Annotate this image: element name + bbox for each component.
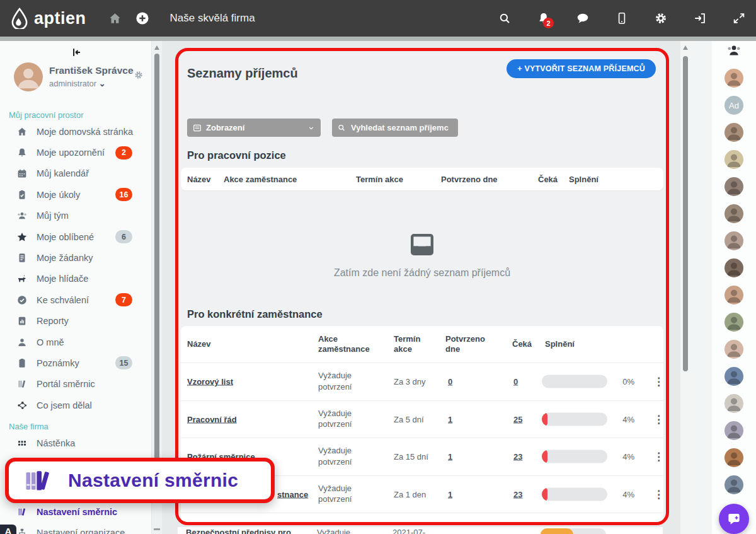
waiting-count-link[interactable]: 23 [513,489,535,499]
sidebar-item-nastenka[interactable]: Nástěnka [0,432,151,453]
confirmed-count-link[interactable]: 1 [448,489,471,499]
waiting-count-link[interactable]: 23 [513,452,535,461]
avatar[interactable] [724,475,743,494]
notifications-button[interactable]: 2 [537,11,551,25]
logout-icon [693,11,707,25]
percent-value: 0% [612,377,634,386]
avatar[interactable] [724,69,743,88]
waiting-count-link[interactable]: 25 [513,414,535,424]
avatar[interactable] [724,150,743,169]
avatar[interactable] [724,313,743,332]
sidebar-item-ke-schvaleni[interactable]: Ke schválení7 [0,289,151,310]
sidebar-section-label: Můj pracovní prostor [9,110,151,120]
confirmed-count-link[interactable]: 0 [448,377,471,386]
avatar[interactable] [724,421,743,440]
kebab-menu-button[interactable]: ⋮ [653,375,663,388]
sidebar-item-moje-hlidace[interactable]: Moje hlídače [0,269,151,289]
settings-button[interactable] [654,11,668,25]
sidebar-item-label: Portál směrnic [37,379,95,389]
avatar[interactable] [724,204,743,223]
silhouette-icon [724,177,743,196]
user-role-dropdown[interactable]: administrator ⌄ [49,79,106,88]
gear-icon [134,70,144,80]
sidebar-item-moje-domovska-stranka[interactable]: Moje domovská stránka [0,121,151,142]
avatar[interactable] [724,231,743,250]
profile-settings-button[interactable] [134,69,144,80]
search-button[interactable] [498,11,512,25]
fullscreen-button[interactable] [732,11,746,25]
kebab-menu-button[interactable]: ⋮ [653,450,663,463]
books-icon [16,506,28,518]
chat-button[interactable] [576,11,590,25]
sidebar-item-moje-upozorneni[interactable]: Moje upozornění2 [0,142,151,163]
percent-value: 4% [612,489,634,499]
confirmed-count-link[interactable]: 1 [448,452,471,461]
view-card-icon [192,123,202,133]
mobile-app-button[interactable] [615,11,629,25]
sidebar-item-muj-kalendar[interactable]: Můj kalendář [0,163,151,184]
scrollbar-thumb[interactable] [683,56,688,371]
sidebar-item-o-mne[interactable]: O mně [0,332,151,352]
view-dropdown[interactable]: Zobrazení [187,119,321,137]
confirmed-count-link[interactable]: 1 [448,414,471,424]
scrollbar-thumb[interactable] [154,54,159,460]
home-button[interactable] [108,11,122,26]
add-button[interactable] [135,11,150,26]
sidebar-item-muj-tym[interactable]: Můj tým [0,206,151,226]
create-recipient-list-button[interactable]: + VYTVOŘIT SEZNAM PŘÍJEMCŮ [507,59,656,78]
avatar[interactable] [724,367,743,386]
avatar[interactable] [724,448,743,467]
sidebar-item-label: Nástěnka [37,438,75,448]
feedback-chat-button[interactable] [719,504,749,534]
row-name-link[interactable]: Vzorový list [187,377,313,386]
silhouette-icon [724,286,743,305]
highlighted-content-frame: Seznamy příjemců + VYTVOŘIT SEZNAM PŘÍJE… [175,48,669,525]
search-input[interactable] [350,122,453,133]
sidebar-section-label: Naše firma [9,422,151,431]
waiting-count-link[interactable]: 0 [513,377,535,386]
silhouette-icon [724,394,743,413]
sidebar-item-moje-ukoly[interactable]: Moje úkoly16 [0,184,151,205]
sidebar-item-label: O mně [37,337,64,347]
table-link[interactable]: Bezpečnostní předpisy pro [186,528,291,534]
avatar[interactable] [724,394,743,413]
logout-button[interactable] [693,11,707,25]
collapse-sidebar-button[interactable] [0,41,151,59]
scroll-up-arrow[interactable] [683,45,688,50]
sidebar-item-co-jsem-delal[interactable]: Co jsem dělal [0,395,151,415]
scrollbar-end-mark [154,528,160,530]
kebab-menu-button[interactable]: ⋮ [653,487,663,501]
silhouette-icon [724,475,743,494]
column-header: Název [187,339,307,349]
row-name-link[interactable]: Pracovní řád [187,414,313,424]
aptien-logo[interactable]: aptien [9,8,86,29]
kebab-menu-button[interactable]: ⋮ [653,412,663,426]
count-badge: 6 [115,230,132,243]
sidebar-item-reporty[interactable]: Reporty [0,311,151,332]
table-row-partial[interactable]: Bezpečnostní předpisy pro Vyžaduje 2021-… [178,527,663,534]
table-row: Vzorový listVyžaduje potvrzeníZa 3 dny00… [181,363,663,400]
progress-track [542,487,607,501]
user-avatar[interactable] [14,62,43,91]
silhouette-icon [724,150,743,169]
content-scrollbar[interactable] [680,41,690,534]
sidebar-item-portal-smernic[interactable]: Portál směrnic [0,374,151,395]
collapse-arrow-icon [69,46,82,59]
notes-icon [16,357,28,369]
sidebar-item-moje-zadanky[interactable]: Moje žádanky [0,247,151,268]
people-panel-button[interactable] [726,42,742,59]
avatar[interactable] [724,286,743,305]
sidebar-item-nastaveni-smernic[interactable]: Nastavení směrnic [0,501,151,522]
column-header: Splnění [569,175,598,184]
avatar[interactable] [724,123,743,142]
sidebar-item-moje-oblibene[interactable]: Moje oblíbené6 [0,226,151,247]
cell-term: Za 5 dní [394,414,445,424]
sidebar-item-nastaveni-organizace[interactable]: Nastavení organizace [0,522,151,534]
sidebar-item-poznamky[interactable]: Poznámky15 [0,352,151,373]
avatar[interactable]: Ad [724,96,743,115]
scroll-up-arrow[interactable] [154,45,159,50]
avatar[interactable] [724,177,743,196]
avatar[interactable] [724,340,743,359]
home-icon [108,11,122,26]
avatar[interactable] [724,258,743,277]
